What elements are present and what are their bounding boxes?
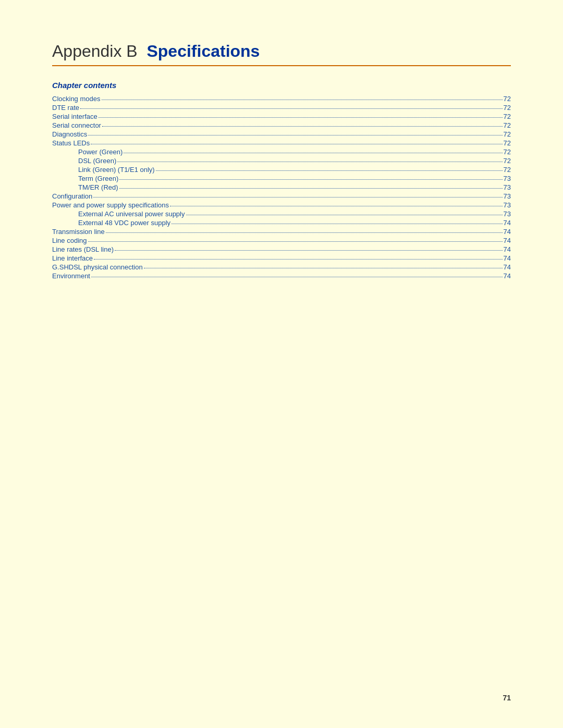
toc-link[interactable]: Power and power supply specifications: [52, 201, 169, 209]
toc-dots: [93, 197, 502, 198]
toc-dots: [115, 250, 503, 251]
toc-link[interactable]: Status LEDs: [52, 139, 90, 147]
toc-dots: [80, 108, 503, 109]
toc-dots: [88, 241, 503, 242]
toc-page-number: 74: [504, 254, 511, 262]
toc-dots: [99, 117, 503, 118]
toc-link[interactable]: Line rates (DSL line): [52, 245, 114, 253]
toc-page-number: 74: [504, 228, 511, 236]
toc-page-number: 73: [504, 210, 511, 218]
toc-link[interactable]: Line coding: [52, 237, 87, 244]
toc-link[interactable]: DTE rate: [52, 104, 79, 112]
toc-item[interactable]: DSL (Green)72: [52, 157, 511, 165]
toc-item[interactable]: Link (Green) (T1/E1 only)72: [52, 166, 511, 174]
toc-link[interactable]: Transmission line: [52, 228, 105, 236]
toc-link[interactable]: G.SHDSL physical connection: [52, 263, 143, 271]
toc-link[interactable]: Clocking modes: [52, 95, 101, 103]
title-prefix: Appendix B: [52, 42, 138, 60]
toc-dots: [119, 188, 503, 189]
toc-page-number: 72: [504, 148, 511, 156]
toc-item[interactable]: Serial interface72: [52, 113, 511, 120]
toc-page-number: 72: [504, 113, 511, 120]
page-number: 71: [503, 694, 511, 702]
toc-item[interactable]: TM/ER (Red)73: [52, 183, 511, 191]
toc-dots: [91, 144, 502, 144]
toc-item[interactable]: Term (Green)73: [52, 175, 511, 182]
toc-link[interactable]: Diagnostics: [52, 130, 87, 138]
toc-item[interactable]: External AC universal power supply73: [52, 210, 511, 218]
toc-link[interactable]: Term (Green): [78, 175, 118, 182]
title-divider: [52, 65, 511, 66]
toc-item[interactable]: Transmission line74: [52, 228, 511, 236]
toc-page-number: 74: [504, 237, 511, 244]
toc-item[interactable]: Clocking modes72: [52, 95, 511, 103]
toc-dots: [102, 126, 503, 127]
toc-item[interactable]: Line coding74: [52, 237, 511, 244]
toc-item[interactable]: Serial connector72: [52, 121, 511, 129]
toc-dots: [88, 135, 502, 135]
toc-link[interactable]: Configuration: [52, 192, 92, 200]
toc-item[interactable]: Configuration73: [52, 192, 511, 200]
toc-page-number: 74: [504, 272, 511, 280]
title-bold: Specifications: [146, 42, 260, 60]
toc-page-number: 73: [504, 201, 511, 209]
toc-dots: [119, 179, 502, 180]
toc-page-number: 72: [504, 104, 511, 112]
toc-dots: [91, 277, 503, 277]
toc-dots: [186, 215, 503, 215]
toc-page-number: 74: [504, 245, 511, 253]
toc-item[interactable]: Diagnostics72: [52, 130, 511, 138]
toc-link[interactable]: External 48 VDC power supply: [78, 219, 170, 227]
toc-link[interactable]: External AC universal power supply: [78, 210, 185, 218]
toc-page-number: 72: [504, 95, 511, 103]
toc-page-number: 74: [504, 219, 511, 227]
toc-dots: [106, 232, 503, 233]
toc-dots: [172, 224, 503, 224]
toc-link[interactable]: Serial connector: [52, 121, 101, 129]
toc-link[interactable]: TM/ER (Red): [78, 183, 118, 191]
toc-link[interactable]: Serial interface: [52, 113, 97, 120]
toc-dots: [156, 170, 503, 171]
page-title: Appendix B Specifications: [52, 42, 511, 61]
toc-item[interactable]: DTE rate72: [52, 104, 511, 112]
toc-list: Clocking modes72DTE rate72Serial interfa…: [52, 95, 511, 280]
toc-page-number: 72: [504, 121, 511, 129]
toc-page-number: 72: [504, 157, 511, 165]
toc-page-number: 73: [504, 192, 511, 200]
toc-item[interactable]: Power and power supply specifications73: [52, 201, 511, 209]
toc-dots: [124, 153, 502, 153]
toc-item[interactable]: G.SHDSL physical connection74: [52, 263, 511, 271]
toc-dots: [117, 162, 502, 162]
toc-link[interactable]: Power (Green): [78, 148, 123, 156]
toc-item[interactable]: Power (Green)72: [52, 148, 511, 156]
toc-dots: [102, 100, 503, 100]
toc-item[interactable]: Line rates (DSL line)74: [52, 245, 511, 253]
page-container: Appendix B Specifications Chapter conten…: [0, 0, 563, 728]
toc-link[interactable]: DSL (Green): [78, 157, 116, 165]
toc-page-number: 72: [504, 130, 511, 138]
toc-item[interactable]: Status LEDs72: [52, 139, 511, 147]
toc-dots: [94, 259, 502, 260]
chapter-contents-section: Chapter contents Clocking modes72DTE rat…: [52, 81, 511, 280]
toc-page-number: 73: [504, 183, 511, 191]
toc-page-number: 73: [504, 175, 511, 182]
chapter-contents-heading: Chapter contents: [52, 81, 511, 90]
toc-link[interactable]: Link (Green) (T1/E1 only): [78, 166, 155, 174]
toc-page-number: 72: [504, 166, 511, 174]
toc-item[interactable]: External 48 VDC power supply74: [52, 219, 511, 227]
toc-page-number: 74: [504, 263, 511, 271]
toc-page-number: 72: [504, 139, 511, 147]
toc-link[interactable]: Line interface: [52, 254, 93, 262]
toc-dots: [170, 206, 503, 206]
toc-dots: [144, 268, 503, 268]
toc-item[interactable]: Environment74: [52, 272, 511, 280]
toc-link[interactable]: Environment: [52, 272, 90, 280]
toc-item[interactable]: Line interface74: [52, 254, 511, 262]
